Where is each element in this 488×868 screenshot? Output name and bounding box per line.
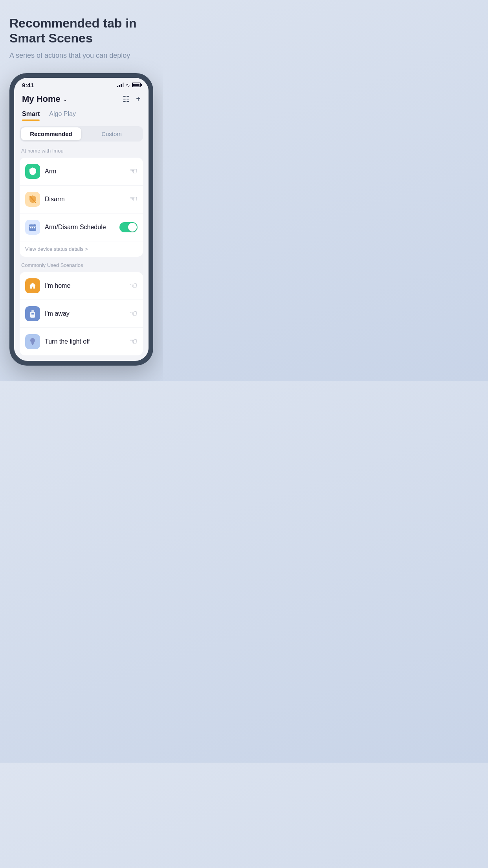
- light-off-icon: [25, 334, 40, 349]
- svg-rect-10: [31, 313, 34, 314]
- svg-rect-7: [34, 227, 35, 228]
- svg-rect-13: [32, 344, 33, 345]
- light-off-tap-icon: ☜: [130, 337, 138, 347]
- sub-tabs: Recommended Custom: [20, 126, 143, 142]
- svg-rect-4: [29, 226, 36, 227]
- wifi-icon: ∿: [126, 82, 130, 88]
- status-bar: 9:41 ∿: [14, 78, 149, 91]
- at-home-card: Arm ☜ Disarm ☜: [20, 158, 143, 257]
- toggle-knob: [128, 223, 137, 232]
- im-home-tap-icon: ☜: [130, 281, 138, 291]
- schedule-icon: [25, 220, 40, 235]
- svg-rect-11: [31, 314, 34, 315]
- header-actions: ☷ +: [123, 94, 141, 104]
- add-icon[interactable]: +: [136, 94, 141, 103]
- arm-label: Arm: [45, 168, 130, 175]
- disarm-label: Disarm: [45, 196, 130, 203]
- sub-tab-custom[interactable]: Custom: [81, 127, 142, 140]
- disarm-item[interactable]: Disarm ☜: [20, 186, 143, 213]
- header-section: Recommended tab in Smart Scenes A series…: [9, 16, 153, 61]
- im-away-item[interactable]: I'm away ☜: [20, 300, 143, 328]
- svg-rect-12: [31, 343, 34, 344]
- im-away-tap-icon: ☜: [130, 309, 138, 319]
- arm-tap-icon: ☜: [130, 166, 138, 177]
- home-title-group[interactable]: My Home ⌄: [22, 94, 68, 104]
- chevron-down-icon: ⌄: [63, 96, 68, 102]
- app-header: My Home ⌄ ☷ +: [14, 91, 149, 109]
- main-tabs: Smart Algo Play: [14, 109, 149, 121]
- view-details-link[interactable]: View device status details >: [20, 241, 143, 257]
- phone-screen: 9:41 ∿ My Home ⌄ ☷: [14, 78, 149, 361]
- status-time: 9:41: [22, 82, 34, 88]
- arm-icon: [25, 164, 40, 179]
- signal-icon: [117, 83, 124, 87]
- svg-rect-3: [34, 224, 35, 225]
- phone-frame: 9:41 ∿ My Home ⌄ ☷: [9, 73, 153, 366]
- arm-item[interactable]: Arm ☜: [20, 158, 143, 186]
- battery-icon: [132, 83, 141, 87]
- common-card: I'm home ☜ I'm awa: [20, 272, 143, 355]
- light-off-item[interactable]: Turn the light off ☜: [20, 328, 143, 355]
- section-at-home-label: At home with Imou: [20, 148, 143, 154]
- svg-rect-2: [31, 224, 31, 225]
- sub-tab-recommended[interactable]: Recommended: [21, 127, 81, 140]
- section-common-label: Commonly Used Scenarios: [20, 262, 143, 268]
- im-home-icon: [25, 278, 40, 293]
- svg-rect-5: [30, 227, 31, 228]
- home-name: My Home: [22, 94, 61, 104]
- im-home-item[interactable]: I'm home ☜: [20, 272, 143, 300]
- im-away-label: I'm away: [45, 310, 130, 317]
- svg-rect-6: [32, 227, 33, 228]
- page-wrapper: Recommended tab in Smart Scenes A series…: [9, 16, 153, 366]
- svg-rect-9: [31, 310, 34, 312]
- disarm-tap-icon: ☜: [130, 194, 138, 204]
- im-home-label: I'm home: [45, 282, 130, 289]
- content-area: Recommended Custom At home with Imou: [14, 121, 149, 355]
- light-off-label: Turn the light off: [45, 338, 130, 345]
- schedule-label: Arm/Disarm Schedule: [45, 224, 119, 231]
- tab-algo-play[interactable]: Algo Play: [49, 110, 76, 121]
- page-title: Recommended tab in Smart Scenes: [9, 16, 153, 46]
- im-away-icon: [25, 306, 40, 321]
- disarm-icon: [25, 192, 40, 207]
- schedule-toggle[interactable]: [119, 222, 138, 232]
- list-icon[interactable]: ☷: [123, 94, 130, 104]
- tab-smart[interactable]: Smart: [22, 110, 40, 121]
- status-icons: ∿: [117, 82, 141, 88]
- schedule-item[interactable]: Arm/Disarm Schedule: [20, 213, 143, 241]
- page-subtitle: A series of actions that you can deploy: [9, 51, 153, 61]
